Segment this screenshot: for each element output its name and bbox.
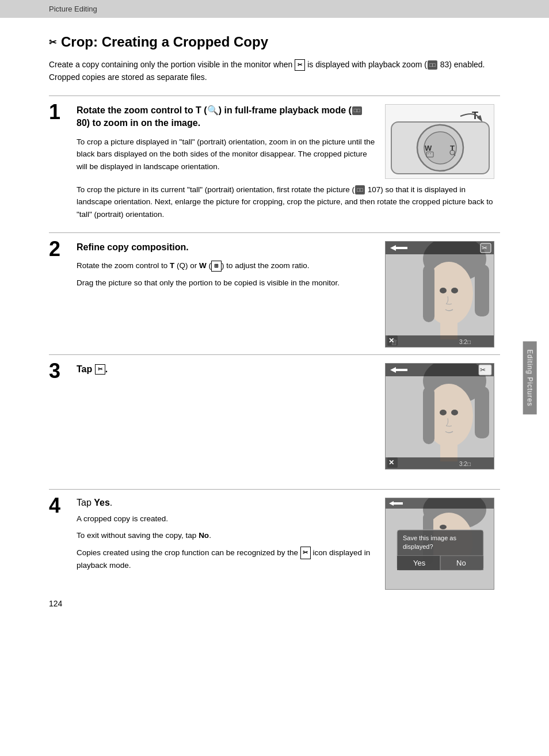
ref-icon-83: □□ <box>428 60 437 70</box>
svg-rect-17 <box>475 265 489 316</box>
svg-point-38 <box>451 410 458 415</box>
svg-rect-34 <box>423 387 434 444</box>
step-3-text: Tap ✂. <box>77 363 376 381</box>
ref-icon-80a: □□ <box>352 106 362 115</box>
step-4-body1: A cropped copy is created. <box>77 513 376 525</box>
step-4-header: 4 Tap Yes. A cropped copy is created. To… <box>49 498 500 590</box>
ref-icon-107: □□ <box>355 185 365 194</box>
camera-diagram: W T T <box>385 104 494 179</box>
step-2: 2 Refine copy composition. Rotate the zo… <box>49 232 500 348</box>
crop-title-icon: ✂ <box>49 37 56 48</box>
portrait-photo-step3: ✂ ✕ 3:2□ <box>385 363 494 469</box>
page-title: Crop: Creating a Cropped Copy <box>61 34 268 50</box>
step-4-body2: To exit without saving the copy, tap No. <box>77 529 376 542</box>
svg-rect-23 <box>396 247 407 249</box>
svg-text:3:2□: 3:2□ <box>459 339 471 345</box>
step-1-text: Rotate the zoom control to T (🔍) in full… <box>77 104 376 178</box>
svg-rect-44 <box>386 457 494 469</box>
svg-text:✕: ✕ <box>388 337 394 345</box>
w-grid-icon: ⊞ <box>211 261 222 271</box>
svg-point-19 <box>440 288 447 293</box>
step-2-header: 2 Refine copy composition. Rotate the zo… <box>49 241 500 348</box>
step-4-title: Tap Yes. <box>77 498 376 508</box>
svg-rect-16 <box>423 265 434 322</box>
step-2-title: Refine copy composition. <box>77 241 376 254</box>
intro-paragraph: Create a copy containing only the portio… <box>49 58 500 84</box>
page-title-section: ✂ Crop: Creating a Cropped Copy <box>49 34 500 50</box>
portrait-photo-step2: ✂ 🗑 ✕ 3:2□ <box>385 241 494 348</box>
svg-text:Save this image as: Save this image as <box>403 534 456 541</box>
step-3-header: 3 Tap ✂. <box>49 363 500 469</box>
svg-text:✂: ✂ <box>482 244 487 252</box>
step-3-number: 3 <box>49 361 72 381</box>
page-number: 124 <box>49 599 62 608</box>
step-3-content: Tap ✂. <box>77 363 500 469</box>
step-1-image: W T T <box>385 104 500 179</box>
svg-rect-35 <box>475 387 489 438</box>
side-tab-label: Editing Pictures <box>523 341 536 414</box>
svg-text:displayed?: displayed? <box>403 543 433 550</box>
save-dialog: Save this image as displayed? Yes No <box>385 498 494 590</box>
step-4-body3: Copies created using the crop function c… <box>77 547 376 572</box>
step-4-image: Save this image as displayed? Yes No <box>385 498 500 590</box>
step-4-text: Tap Yes. A cropped copy is created. To e… <box>77 498 376 576</box>
breadcrumb: Picture Editing <box>0 0 549 18</box>
step-1-body1: To crop a picture displayed in "tall" (p… <box>77 136 376 173</box>
svg-point-64 <box>440 525 447 529</box>
svg-text:W: W <box>425 144 432 152</box>
step-2-body1: Rotate the zoom control to T (Q) or W (⊞… <box>77 259 376 272</box>
step-2-content: Refine copy composition. Rotate the zoom… <box>77 241 500 348</box>
svg-point-37 <box>440 410 447 415</box>
step-2-image: ✂ 🗑 ✕ 3:2□ <box>385 241 500 348</box>
svg-text:✕: ✕ <box>388 459 394 467</box>
step-4: 4 Tap Yes. A cropped copy is created. To… <box>49 489 500 590</box>
step-2-text: Refine copy composition. Rotate the zoom… <box>77 241 376 294</box>
svg-rect-54 <box>394 502 403 505</box>
step-2-body2: Drag the picture so that only the portio… <box>77 277 376 289</box>
step-1-header: 1 Rotate the zoom control to T (🔍) in fu… <box>49 104 500 226</box>
step-3-image: ✂ ✕ 3:2□ <box>385 363 500 469</box>
crop-inline-icon2: ✂ <box>300 547 311 559</box>
step-1-body2: To crop the picture in its current "tall… <box>77 184 500 221</box>
step-4-content: Tap Yes. A cropped copy is created. To e… <box>77 498 500 590</box>
step-1-number: 1 <box>49 102 72 123</box>
crop-inline-icon: ✂ <box>295 59 305 71</box>
svg-rect-41 <box>396 369 407 371</box>
svg-text:No: No <box>456 559 466 567</box>
svg-text:✂: ✂ <box>480 366 486 374</box>
step-4-number: 4 <box>49 495 72 516</box>
step-1-content: Rotate the zoom control to T (🔍) in full… <box>77 104 500 226</box>
svg-text:3:2□: 3:2□ <box>459 461 471 467</box>
step-2-number: 2 <box>49 239 72 259</box>
step-3-title: Tap ✂. <box>77 363 376 376</box>
step-1-title: Rotate the zoom control to T (🔍) in full… <box>77 104 376 130</box>
svg-text:Yes: Yes <box>413 559 426 567</box>
step-3: 3 Tap ✂. <box>49 354 500 482</box>
svg-rect-26 <box>386 335 494 348</box>
svg-point-20 <box>451 288 458 293</box>
crop-tap-icon: ✂ <box>95 364 105 375</box>
step-1: 1 Rotate the zoom control to T (🔍) in fu… <box>49 96 500 226</box>
